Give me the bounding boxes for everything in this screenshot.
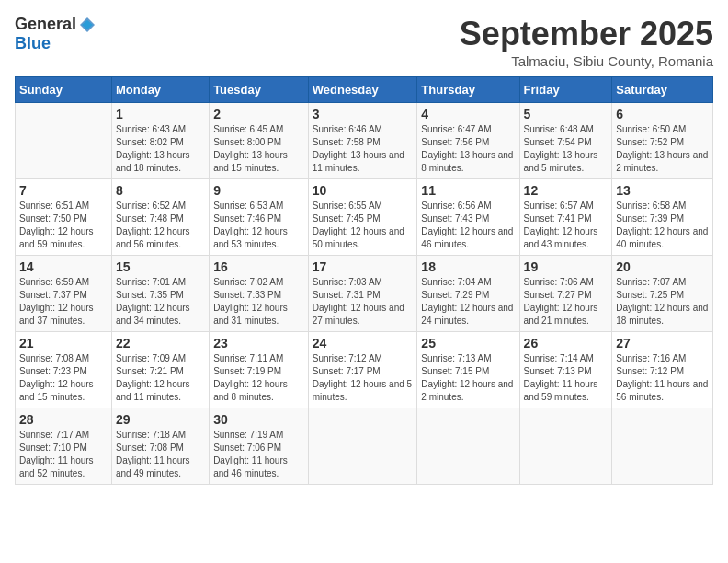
day-info: Sunrise: 7:03 AMSunset: 7:31 PMDaylight:… bbox=[313, 276, 414, 327]
day-info: Sunrise: 7:13 AMSunset: 7:15 PMDaylight:… bbox=[421, 352, 515, 404]
calendar-cell: 12Sunrise: 6:57 AMSunset: 7:41 PMDayligh… bbox=[519, 179, 612, 256]
calendar-cell: 19Sunrise: 7:06 AMSunset: 7:27 PMDayligh… bbox=[519, 256, 612, 332]
header-sunday: Sunday bbox=[16, 77, 112, 103]
day-number: 15 bbox=[116, 259, 205, 274]
calendar-cell: 15Sunrise: 7:01 AMSunset: 7:35 PMDayligh… bbox=[111, 256, 209, 332]
calendar-cell: 27Sunrise: 7:16 AMSunset: 7:12 PMDayligh… bbox=[612, 332, 713, 408]
calendar-cell: 26Sunrise: 7:14 AMSunset: 7:13 PMDayligh… bbox=[519, 332, 612, 408]
logo-icon bbox=[78, 16, 97, 34]
calendar-cell bbox=[519, 408, 612, 485]
day-number: 21 bbox=[19, 336, 108, 350]
calendar-table: SundayMondayTuesdayWednesdayThursdayFrid… bbox=[15, 76, 713, 485]
day-number: 25 bbox=[421, 336, 515, 350]
title-block: September 2025 Talmaciu, Sibiu County, R… bbox=[460, 15, 713, 69]
day-info: Sunrise: 6:58 AMSunset: 7:39 PMDaylight:… bbox=[616, 200, 709, 251]
day-info: Sunrise: 7:02 AMSunset: 7:33 PMDaylight:… bbox=[213, 276, 304, 327]
calendar-cell bbox=[417, 408, 519, 485]
day-number: 14 bbox=[19, 259, 108, 274]
calendar-row-0: 1Sunrise: 6:43 AMSunset: 8:02 PMDaylight… bbox=[16, 103, 713, 179]
day-number: 17 bbox=[313, 259, 414, 274]
day-number: 1 bbox=[116, 107, 205, 121]
header-friday: Friday bbox=[519, 77, 612, 103]
day-number: 27 bbox=[616, 336, 709, 350]
calendar-row-2: 14Sunrise: 6:59 AMSunset: 7:37 PMDayligh… bbox=[16, 256, 713, 332]
calendar-cell: 9Sunrise: 6:53 AMSunset: 7:46 PMDaylight… bbox=[210, 179, 309, 256]
day-number: 28 bbox=[19, 412, 108, 427]
day-info: Sunrise: 7:17 AMSunset: 7:10 PMDaylight:… bbox=[19, 429, 108, 480]
calendar-cell: 28Sunrise: 7:17 AMSunset: 7:10 PMDayligh… bbox=[16, 408, 112, 485]
day-info: Sunrise: 6:59 AMSunset: 7:37 PMDaylight:… bbox=[19, 276, 108, 327]
calendar-cell: 1Sunrise: 6:43 AMSunset: 8:02 PMDaylight… bbox=[111, 103, 209, 179]
day-info: Sunrise: 6:45 AMSunset: 8:00 PMDaylight:… bbox=[213, 123, 304, 175]
header-wednesday: Wednesday bbox=[308, 77, 417, 103]
calendar-cell bbox=[16, 103, 112, 179]
calendar-cell: 30Sunrise: 7:19 AMSunset: 7:06 PMDayligh… bbox=[210, 408, 309, 485]
day-number: 23 bbox=[213, 336, 304, 350]
calendar-cell: 25Sunrise: 7:13 AMSunset: 7:15 PMDayligh… bbox=[417, 332, 519, 408]
day-number: 12 bbox=[524, 183, 609, 198]
calendar-row-1: 7Sunrise: 6:51 AMSunset: 7:50 PMDaylight… bbox=[16, 179, 713, 256]
day-number: 30 bbox=[213, 412, 304, 427]
calendar-cell: 18Sunrise: 7:04 AMSunset: 7:29 PMDayligh… bbox=[417, 256, 519, 332]
calendar-cell: 21Sunrise: 7:08 AMSunset: 7:23 PMDayligh… bbox=[16, 332, 112, 408]
calendar-cell bbox=[308, 408, 417, 485]
day-info: Sunrise: 7:11 AMSunset: 7:19 PMDaylight:… bbox=[213, 352, 304, 404]
calendar-cell: 6Sunrise: 6:50 AMSunset: 7:52 PMDaylight… bbox=[612, 103, 713, 179]
calendar-cell: 2Sunrise: 6:45 AMSunset: 8:00 PMDaylight… bbox=[210, 103, 309, 179]
calendar-cell: 13Sunrise: 6:58 AMSunset: 7:39 PMDayligh… bbox=[612, 179, 713, 256]
day-number: 19 bbox=[524, 259, 609, 274]
calendar-cell bbox=[612, 408, 713, 485]
header-saturday: Saturday bbox=[612, 77, 713, 103]
calendar-cell: 10Sunrise: 6:55 AMSunset: 7:45 PMDayligh… bbox=[308, 179, 417, 256]
day-info: Sunrise: 6:48 AMSunset: 7:54 PMDaylight:… bbox=[524, 123, 609, 175]
day-number: 2 bbox=[213, 107, 304, 121]
day-number: 18 bbox=[421, 259, 515, 274]
calendar-cell: 7Sunrise: 6:51 AMSunset: 7:50 PMDaylight… bbox=[16, 179, 112, 256]
calendar-cell: 24Sunrise: 7:12 AMSunset: 7:17 PMDayligh… bbox=[308, 332, 417, 408]
day-number: 8 bbox=[116, 183, 205, 198]
day-info: Sunrise: 7:18 AMSunset: 7:08 PMDaylight:… bbox=[116, 429, 205, 480]
day-number: 4 bbox=[421, 107, 515, 121]
header-tuesday: Tuesday bbox=[210, 77, 309, 103]
calendar-cell: 5Sunrise: 6:48 AMSunset: 7:54 PMDaylight… bbox=[519, 103, 612, 179]
day-info: Sunrise: 7:12 AMSunset: 7:17 PMDaylight:… bbox=[313, 352, 414, 404]
calendar-cell: 29Sunrise: 7:18 AMSunset: 7:08 PMDayligh… bbox=[111, 408, 209, 485]
day-info: Sunrise: 7:16 AMSunset: 7:12 PMDaylight:… bbox=[616, 352, 709, 404]
header-thursday: Thursday bbox=[417, 77, 519, 103]
location-title: Talmaciu, Sibiu County, Romania bbox=[460, 53, 713, 69]
day-info: Sunrise: 6:56 AMSunset: 7:43 PMDaylight:… bbox=[421, 200, 515, 251]
day-number: 13 bbox=[616, 183, 709, 198]
day-info: Sunrise: 7:07 AMSunset: 7:25 PMDaylight:… bbox=[616, 276, 709, 327]
day-number: 7 bbox=[19, 183, 108, 198]
day-info: Sunrise: 7:01 AMSunset: 7:35 PMDaylight:… bbox=[116, 276, 205, 327]
day-info: Sunrise: 7:04 AMSunset: 7:29 PMDaylight:… bbox=[421, 276, 515, 327]
day-info: Sunrise: 7:19 AMSunset: 7:06 PMDaylight:… bbox=[213, 429, 304, 480]
day-number: 22 bbox=[116, 336, 205, 350]
calendar-cell: 23Sunrise: 7:11 AMSunset: 7:19 PMDayligh… bbox=[210, 332, 309, 408]
calendar-cell: 16Sunrise: 7:02 AMSunset: 7:33 PMDayligh… bbox=[210, 256, 309, 332]
day-info: Sunrise: 7:14 AMSunset: 7:13 PMDaylight:… bbox=[524, 352, 609, 404]
day-info: Sunrise: 6:57 AMSunset: 7:41 PMDaylight:… bbox=[524, 200, 609, 251]
day-info: Sunrise: 7:08 AMSunset: 7:23 PMDaylight:… bbox=[19, 352, 108, 404]
day-info: Sunrise: 7:09 AMSunset: 7:21 PMDaylight:… bbox=[116, 352, 205, 404]
calendar-cell: 17Sunrise: 7:03 AMSunset: 7:31 PMDayligh… bbox=[308, 256, 417, 332]
day-info: Sunrise: 6:55 AMSunset: 7:45 PMDaylight:… bbox=[313, 200, 414, 251]
page-header: General Blue September 2025 Talmaciu, Si… bbox=[15, 15, 713, 69]
day-number: 5 bbox=[524, 107, 609, 121]
day-number: 20 bbox=[616, 259, 709, 274]
calendar-row-3: 21Sunrise: 7:08 AMSunset: 7:23 PMDayligh… bbox=[16, 332, 713, 408]
header-monday: Monday bbox=[111, 77, 209, 103]
day-number: 29 bbox=[116, 412, 205, 427]
day-number: 11 bbox=[421, 183, 515, 198]
day-number: 26 bbox=[524, 336, 609, 350]
calendar-cell: 14Sunrise: 6:59 AMSunset: 7:37 PMDayligh… bbox=[16, 256, 112, 332]
day-info: Sunrise: 6:50 AMSunset: 7:52 PMDaylight:… bbox=[616, 123, 709, 175]
day-info: Sunrise: 6:43 AMSunset: 8:02 PMDaylight:… bbox=[116, 123, 205, 175]
logo: General Blue bbox=[15, 15, 97, 53]
day-info: Sunrise: 6:53 AMSunset: 7:46 PMDaylight:… bbox=[213, 200, 304, 251]
calendar-cell: 8Sunrise: 6:52 AMSunset: 7:48 PMDaylight… bbox=[111, 179, 209, 256]
calendar-header-row: SundayMondayTuesdayWednesdayThursdayFrid… bbox=[16, 77, 713, 103]
calendar-cell: 11Sunrise: 6:56 AMSunset: 7:43 PMDayligh… bbox=[417, 179, 519, 256]
day-number: 10 bbox=[313, 183, 414, 198]
day-number: 24 bbox=[313, 336, 414, 350]
